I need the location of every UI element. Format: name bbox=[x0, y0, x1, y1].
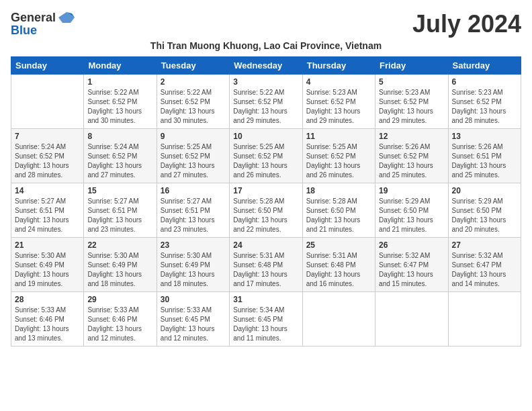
day-info: Sunrise: 5:33 AM Sunset: 6:46 PM Dayligh… bbox=[15, 306, 80, 343]
logo-general-text: General bbox=[11, 11, 56, 24]
calendar-cell: 26Sunrise: 5:32 AM Sunset: 6:47 PM Dayli… bbox=[375, 237, 448, 291]
day-number: 16 bbox=[161, 186, 226, 195]
day-info: Sunrise: 5:31 AM Sunset: 6:48 PM Dayligh… bbox=[306, 251, 371, 289]
day-info: Sunrise: 5:29 AM Sunset: 6:50 PM Dayligh… bbox=[452, 197, 517, 234]
day-info: Sunrise: 5:22 AM Sunset: 6:52 PM Dayligh… bbox=[161, 88, 226, 126]
day-info: Sunrise: 5:27 AM Sunset: 6:51 PM Dayligh… bbox=[161, 197, 226, 234]
logo: General Blue bbox=[11, 11, 76, 36]
calendar-cell: 29Sunrise: 5:33 AM Sunset: 6:46 PM Dayli… bbox=[84, 291, 157, 346]
calendar-cell: 5Sunrise: 5:23 AM Sunset: 6:52 PM Daylig… bbox=[375, 74, 448, 128]
day-number: 3 bbox=[233, 77, 298, 87]
day-number: 25 bbox=[306, 240, 371, 250]
calendar-cell: 30Sunrise: 5:33 AM Sunset: 6:45 PM Dayli… bbox=[157, 291, 229, 346]
calendar-cell: 25Sunrise: 5:31 AM Sunset: 6:48 PM Dayli… bbox=[302, 237, 375, 291]
day-number: 13 bbox=[452, 132, 517, 141]
day-of-week-header: Sunday bbox=[11, 56, 84, 74]
day-number: 6 bbox=[452, 77, 517, 87]
day-info: Sunrise: 5:25 AM Sunset: 6:52 PM Dayligh… bbox=[161, 142, 226, 180]
day-info: Sunrise: 5:29 AM Sunset: 6:50 PM Dayligh… bbox=[379, 197, 444, 234]
calendar-cell: 3Sunrise: 5:22 AM Sunset: 6:52 PM Daylig… bbox=[230, 74, 302, 128]
day-info: Sunrise: 5:34 AM Sunset: 6:45 PM Dayligh… bbox=[233, 306, 298, 343]
day-number: 10 bbox=[233, 132, 298, 141]
calendar-cell: 4Sunrise: 5:23 AM Sunset: 6:52 PM Daylig… bbox=[302, 74, 375, 128]
calendar-week-row: 7Sunrise: 5:24 AM Sunset: 6:52 PM Daylig… bbox=[11, 128, 521, 183]
day-number: 11 bbox=[306, 132, 371, 141]
day-info: Sunrise: 5:26 AM Sunset: 6:51 PM Dayligh… bbox=[452, 142, 517, 180]
svg-marker-0 bbox=[58, 12, 75, 23]
calendar-cell: 23Sunrise: 5:30 AM Sunset: 6:49 PM Dayli… bbox=[157, 237, 229, 291]
calendar-cell: 13Sunrise: 5:26 AM Sunset: 6:51 PM Dayli… bbox=[448, 128, 521, 183]
day-number: 21 bbox=[15, 240, 80, 250]
day-number: 19 bbox=[379, 186, 444, 195]
day-number: 15 bbox=[87, 186, 152, 195]
day-info: Sunrise: 5:22 AM Sunset: 6:52 PM Dayligh… bbox=[233, 88, 298, 126]
day-of-week-header: Friday bbox=[375, 56, 448, 74]
day-of-week-header: Monday bbox=[84, 56, 157, 74]
calendar-cell: 18Sunrise: 5:28 AM Sunset: 6:50 PM Dayli… bbox=[302, 183, 375, 237]
day-number: 9 bbox=[161, 132, 226, 141]
calendar-cell: 28Sunrise: 5:33 AM Sunset: 6:46 PM Dayli… bbox=[11, 291, 84, 346]
day-info: Sunrise: 5:25 AM Sunset: 6:52 PM Dayligh… bbox=[233, 142, 298, 180]
calendar-cell: 10Sunrise: 5:25 AM Sunset: 6:52 PM Dayli… bbox=[230, 128, 302, 183]
calendar-cell: 9Sunrise: 5:25 AM Sunset: 6:52 PM Daylig… bbox=[157, 128, 229, 183]
day-number: 20 bbox=[452, 186, 517, 195]
location-subtitle: Thi Tran Muong Khuong, Lao Cai Province,… bbox=[11, 40, 521, 51]
calendar-cell: 14Sunrise: 5:27 AM Sunset: 6:51 PM Dayli… bbox=[11, 183, 84, 237]
calendar-cell bbox=[375, 291, 448, 346]
day-info: Sunrise: 5:32 AM Sunset: 6:47 PM Dayligh… bbox=[452, 251, 517, 289]
calendar-week-row: 21Sunrise: 5:30 AM Sunset: 6:49 PM Dayli… bbox=[11, 237, 521, 291]
calendar-table: SundayMondayTuesdayWednesdayThursdayFrid… bbox=[11, 56, 521, 347]
day-info: Sunrise: 5:27 AM Sunset: 6:51 PM Dayligh… bbox=[87, 197, 152, 234]
day-number: 28 bbox=[15, 295, 80, 304]
calendar-cell: 20Sunrise: 5:29 AM Sunset: 6:50 PM Dayli… bbox=[448, 183, 521, 237]
calendar-cell bbox=[448, 291, 521, 346]
day-info: Sunrise: 5:26 AM Sunset: 6:52 PM Dayligh… bbox=[379, 142, 444, 180]
day-number: 5 bbox=[379, 77, 444, 87]
day-of-week-header: Tuesday bbox=[157, 56, 229, 74]
day-info: Sunrise: 5:25 AM Sunset: 6:52 PM Dayligh… bbox=[306, 142, 371, 180]
day-info: Sunrise: 5:32 AM Sunset: 6:47 PM Dayligh… bbox=[379, 251, 444, 289]
day-info: Sunrise: 5:23 AM Sunset: 6:52 PM Dayligh… bbox=[306, 88, 371, 126]
day-info: Sunrise: 5:23 AM Sunset: 6:52 PM Dayligh… bbox=[452, 88, 517, 126]
day-of-week-header: Thursday bbox=[302, 56, 375, 74]
day-number: 8 bbox=[87, 132, 152, 141]
day-info: Sunrise: 5:33 AM Sunset: 6:46 PM Dayligh… bbox=[87, 306, 152, 343]
day-info: Sunrise: 5:24 AM Sunset: 6:52 PM Dayligh… bbox=[87, 142, 152, 180]
calendar-header-row: SundayMondayTuesdayWednesdayThursdayFrid… bbox=[11, 56, 521, 74]
calendar-cell: 1Sunrise: 5:22 AM Sunset: 6:52 PM Daylig… bbox=[84, 74, 157, 128]
title-section: July 2024 bbox=[412, 11, 521, 38]
day-info: Sunrise: 5:27 AM Sunset: 6:51 PM Dayligh… bbox=[15, 197, 80, 234]
day-number: 27 bbox=[452, 240, 517, 250]
day-number: 23 bbox=[161, 240, 226, 250]
day-number: 26 bbox=[379, 240, 444, 250]
month-title: July 2024 bbox=[412, 11, 521, 38]
day-info: Sunrise: 5:30 AM Sunset: 6:49 PM Dayligh… bbox=[161, 251, 226, 289]
day-info: Sunrise: 5:33 AM Sunset: 6:45 PM Dayligh… bbox=[161, 306, 226, 343]
calendar-cell: 15Sunrise: 5:27 AM Sunset: 6:51 PM Dayli… bbox=[84, 183, 157, 237]
calendar-week-row: 14Sunrise: 5:27 AM Sunset: 6:51 PM Dayli… bbox=[11, 183, 521, 237]
day-info: Sunrise: 5:30 AM Sunset: 6:49 PM Dayligh… bbox=[15, 251, 80, 289]
day-info: Sunrise: 5:28 AM Sunset: 6:50 PM Dayligh… bbox=[306, 197, 371, 234]
logo-blue-text: Blue bbox=[11, 24, 37, 36]
calendar-cell: 21Sunrise: 5:30 AM Sunset: 6:49 PM Dayli… bbox=[11, 237, 84, 291]
logo-icon bbox=[57, 11, 76, 24]
calendar-cell: 31Sunrise: 5:34 AM Sunset: 6:45 PM Dayli… bbox=[230, 291, 302, 346]
calendar-cell: 19Sunrise: 5:29 AM Sunset: 6:50 PM Dayli… bbox=[375, 183, 448, 237]
calendar-cell: 16Sunrise: 5:27 AM Sunset: 6:51 PM Dayli… bbox=[157, 183, 229, 237]
calendar-cell: 7Sunrise: 5:24 AM Sunset: 6:52 PM Daylig… bbox=[11, 128, 84, 183]
day-number: 30 bbox=[161, 295, 226, 304]
page-header: General Blue July 2024 bbox=[11, 11, 521, 38]
calendar-cell: 22Sunrise: 5:30 AM Sunset: 6:49 PM Dayli… bbox=[84, 237, 157, 291]
calendar-cell bbox=[11, 74, 84, 128]
day-number: 2 bbox=[161, 77, 226, 87]
calendar-cell: 12Sunrise: 5:26 AM Sunset: 6:52 PM Dayli… bbox=[375, 128, 448, 183]
day-of-week-header: Wednesday bbox=[230, 56, 302, 74]
calendar-cell: 17Sunrise: 5:28 AM Sunset: 6:50 PM Dayli… bbox=[230, 183, 302, 237]
day-number: 12 bbox=[379, 132, 444, 141]
day-number: 29 bbox=[87, 295, 152, 304]
day-number: 22 bbox=[87, 240, 152, 250]
day-number: 31 bbox=[233, 295, 298, 304]
calendar-cell: 2Sunrise: 5:22 AM Sunset: 6:52 PM Daylig… bbox=[157, 74, 229, 128]
day-number: 7 bbox=[15, 132, 80, 141]
calendar-week-row: 1Sunrise: 5:22 AM Sunset: 6:52 PM Daylig… bbox=[11, 74, 521, 128]
